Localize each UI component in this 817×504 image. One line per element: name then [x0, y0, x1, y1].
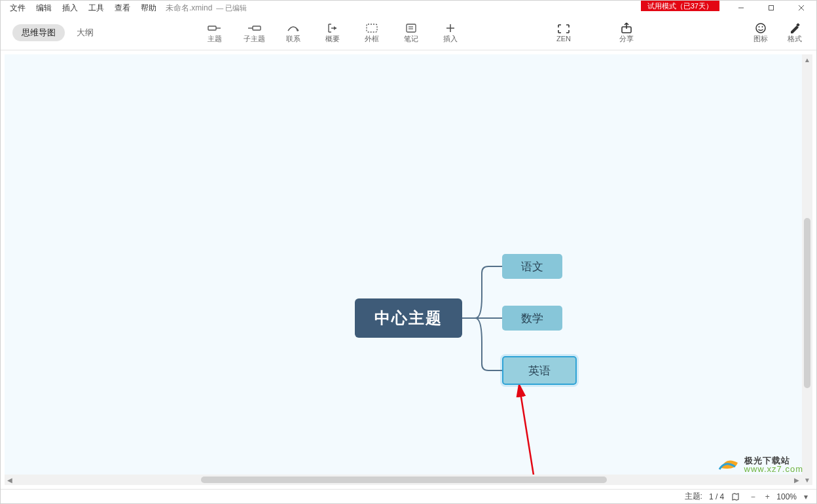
horizontal-scrollbar[interactable]: ◀ ▶ [5, 475, 802, 485]
subtopic-button[interactable]: 子主题 [236, 18, 272, 48]
zen-label: ZEN [556, 35, 571, 43]
subtopic-icon [247, 22, 261, 34]
zoom-value[interactable]: 100% [776, 492, 797, 501]
note-button[interactable]: 笔记 [393, 18, 429, 48]
svg-rect-4 [208, 26, 216, 30]
svg-rect-1 [769, 6, 774, 10]
app-window: 文件 编辑 插入 工具 查看 帮助 未命名.xmind — 已编辑 试用模式（已… [0, 0, 817, 504]
tool-group-right: 图标 格式 [746, 18, 810, 48]
close-button[interactable] [786, 1, 816, 15]
menu-bar: 文件 编辑 插入 工具 查看 帮助 未命名.xmind — 已编辑 试用模式（已… [1, 1, 816, 15]
share-button[interactable]: 分享 [607, 18, 646, 48]
scroll-right-icon[interactable]: ▶ [791, 475, 802, 485]
svg-line-21 [520, 389, 535, 483]
relationship-icon [286, 22, 300, 34]
insert-button[interactable]: 插入 [433, 18, 468, 48]
note-icon [404, 22, 418, 34]
zen-icon [556, 23, 571, 35]
topic-icon [208, 22, 222, 34]
window-controls [726, 1, 816, 15]
icons-panel-button[interactable]: 图标 [746, 18, 776, 48]
insert-icon [443, 22, 458, 34]
summary-icon [325, 22, 340, 34]
boundary-button[interactable]: 外框 [354, 18, 390, 48]
view-tabs: 思维导图 大纲 [1, 24, 103, 41]
format-panel-button[interactable]: 格式 [780, 18, 810, 48]
relationship-label: 联系 [286, 34, 300, 44]
scroll-up-icon[interactable]: ▲ [802, 54, 812, 65]
tab-mindmap[interactable]: 思维导图 [12, 24, 65, 41]
topic-button[interactable]: 主题 [197, 18, 232, 48]
status-bar: 主题: 1 / 4 − + 100% ▾ [1, 489, 816, 503]
share-label: 分享 [619, 34, 634, 44]
zoom-dropdown-icon[interactable]: ▾ [801, 492, 811, 502]
relationship-button[interactable]: 联系 [276, 18, 311, 48]
format-label: 格式 [788, 34, 802, 44]
smiley-icon [753, 22, 768, 34]
zoom-in-button[interactable]: + [762, 492, 772, 502]
note-label: 笔记 [404, 34, 418, 44]
boundary-icon [365, 22, 379, 34]
minimize-button[interactable] [726, 1, 756, 15]
format-icon [788, 22, 802, 34]
branch-topic-1[interactable]: 语文 [502, 254, 562, 279]
connectors [462, 251, 508, 382]
tool-group-main: 主题 子主题 联系 概要 [197, 18, 468, 48]
menu-tools[interactable]: 工具 [83, 1, 109, 15]
svg-point-17 [756, 24, 765, 33]
zoom-out-button[interactable]: − [748, 492, 758, 502]
boundary-label: 外框 [365, 34, 379, 44]
annotation-arrow [515, 385, 554, 485]
svg-rect-7 [253, 26, 261, 30]
topic-label: 主题 [208, 34, 222, 44]
svg-point-19 [762, 26, 763, 27]
vscroll-thumb[interactable] [804, 218, 810, 388]
menu-file[interactable]: 文件 [5, 1, 31, 15]
maximize-button[interactable] [756, 1, 786, 15]
summary-button[interactable]: 概要 [315, 18, 350, 48]
zoom-controls: − + 100% ▾ [748, 492, 811, 502]
document-title: 未命名.xmind [166, 3, 212, 14]
icons-label: 图标 [753, 34, 768, 44]
menu-list: 文件 编辑 插入 工具 查看 帮助 [1, 1, 162, 15]
hscroll-thumb[interactable] [201, 477, 607, 483]
outline-map-icon[interactable] [731, 492, 741, 502]
scroll-left-icon[interactable]: ◀ [5, 475, 15, 485]
topic-count-value: 1 / 4 [709, 492, 724, 501]
svg-rect-11 [407, 24, 416, 32]
trial-mode-badge[interactable]: 试用模式（已37天） [641, 1, 719, 11]
mindmap-canvas[interactable]: 中心主题 语文 数学 英语 ▲ ▼ ◀ ▶ [5, 54, 812, 485]
svg-point-18 [759, 26, 760, 27]
central-topic[interactable]: 中心主题 [355, 298, 462, 338]
summary-label: 概要 [325, 34, 340, 44]
edited-indicator: — 已编辑 [216, 3, 247, 13]
tool-group-mid-right: ZEN 分享 [544, 18, 646, 48]
canvas-wrap: 中心主题 语文 数学 英语 ▲ ▼ ◀ ▶ [1, 50, 816, 489]
svg-rect-10 [367, 24, 377, 32]
branch-topic-2[interactable]: 数学 [502, 306, 562, 331]
tab-outline[interactable]: 大纲 [67, 24, 103, 41]
menu-insert[interactable]: 插入 [57, 1, 83, 15]
subtopic-label: 子主题 [244, 34, 265, 44]
scroll-down-icon[interactable]: ▼ [802, 475, 812, 485]
menu-help[interactable]: 帮助 [136, 1, 162, 15]
svg-marker-9 [334, 26, 336, 30]
vertical-scrollbar[interactable]: ▲ ▼ [802, 54, 812, 485]
topic-count-label: 主题: [685, 491, 702, 502]
toolbar: 思维导图 大纲 主题 子主题 联系 [1, 15, 816, 50]
insert-label: 插入 [443, 34, 458, 44]
menu-edit[interactable]: 编辑 [31, 1, 57, 15]
share-icon [619, 22, 634, 34]
branch-topic-3-selected[interactable]: 英语 [502, 356, 577, 385]
zen-button[interactable]: ZEN [544, 18, 583, 48]
menu-view[interactable]: 查看 [109, 1, 136, 15]
